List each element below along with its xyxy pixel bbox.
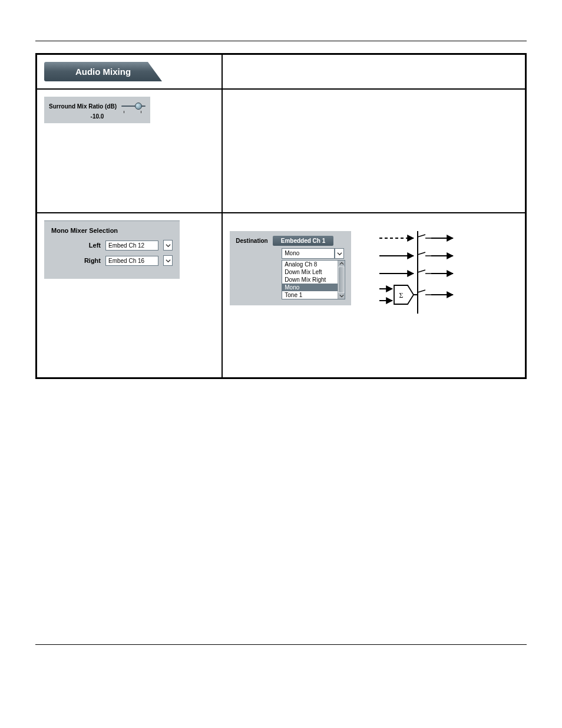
mono-right-label: Right [84,257,101,264]
list-item[interactable]: Down Mix Left [282,268,345,276]
destination-title: Embedded Ch 1 [273,236,334,246]
surround-value: -10.0 [49,113,146,120]
list-item[interactable]: Analog Ch 8 [282,261,345,268]
surround-label: Surround Mix Ratio (dB) [49,103,117,110]
page-footer-rule [35,644,527,658]
chevron-down-icon[interactable] [163,255,173,266]
list-item[interactable]: Mono [282,284,345,291]
mono-left-select[interactable]: Embed Ch 12 [105,241,158,251]
destination-selected-value: Mono [285,250,299,256]
mono-left-label: Left [89,242,101,249]
destination-listbox[interactable]: Analog Ch 8 Down Mix Left Down Mix Right… [282,260,345,299]
chevron-up-icon[interactable] [338,261,345,266]
surround-slider[interactable] [121,103,146,110]
scrollbar[interactable] [338,261,345,299]
mono-left-value: Embed Ch 12 [108,242,144,249]
destination-select[interactable]: Mono [282,248,335,259]
mono-mixer-title: Mono Mixer Selection [51,227,173,234]
audio-mixing-tab[interactable]: Audio Mixing [44,62,162,81]
mono-mixer-panel: Mono Mixer Selection Left Embed Ch 12 Ri… [44,220,180,279]
svg-text:Σ: Σ [399,291,404,299]
destination-panel: Destination Embedded Ch 1 Mono Analog Ch… [230,231,351,305]
chevron-down-icon[interactable] [335,248,344,259]
mono-right-select[interactable]: Embed Ch 16 [105,256,158,266]
routing-diagram: Σ [368,231,456,314]
content-table: Audio Mixing Surround Mix Ratio (dB) -10… [35,53,527,379]
page-header-rule [35,24,527,41]
list-item[interactable]: Tone 1 [282,291,345,299]
surround-panel: Surround Mix Ratio (dB) -10.0 [44,97,150,123]
list-item[interactable]: Down Mix Right [282,276,345,284]
chevron-down-icon[interactable] [163,240,173,251]
destination-label: Destination [236,238,267,244]
audio-mixing-tab-label: Audio Mixing [75,67,131,77]
mono-right-value: Embed Ch 16 [108,258,144,264]
slider-thumb-icon[interactable] [135,103,142,110]
chevron-down-icon[interactable] [338,293,345,299]
